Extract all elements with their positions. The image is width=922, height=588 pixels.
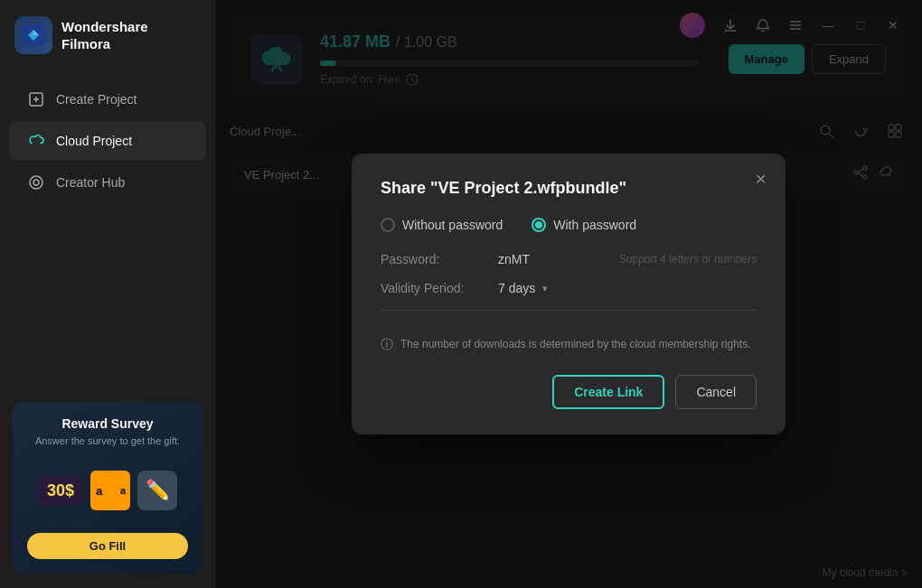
divider <box>381 310 757 311</box>
sidebar-item-label: Creator Hub <box>56 175 125 190</box>
password-hint: Support 4 letters or numbers <box>619 253 757 266</box>
modal-overlay: ✕ Share "VE Project 2.wfpbundle" Without… <box>215 0 922 588</box>
radio-with-password-label: With password <box>553 218 636 232</box>
modal-footer: Create Link Cancel <box>381 375 757 409</box>
radio-with-password[interactable]: With password <box>532 218 636 232</box>
radio-no-password-label: Without password <box>402 218 503 232</box>
password-label: Password: <box>381 252 498 266</box>
reward-images: 30$ a a ✏️ <box>27 459 188 522</box>
reward-survey-card: Reward Survey Answer the survey to get t… <box>13 402 202 574</box>
sidebar-item-creator-hub[interactable]: Creator Hub <box>9 163 206 202</box>
modal-title: Share "VE Project 2.wfpbundle" <box>381 179 757 198</box>
share-modal: ✕ Share "VE Project 2.wfpbundle" Without… <box>352 154 786 434</box>
validity-dropdown[interactable]: 7 days ▾ <box>498 281 548 295</box>
logo-area: Wondershare Filmora <box>0 0 215 70</box>
sidebar-item-label: Cloud Project <box>56 134 132 148</box>
modal-close-button[interactable]: ✕ <box>748 166 773 191</box>
info-icon: ⓘ <box>381 337 393 353</box>
reward-amount: 30$ <box>38 476 83 506</box>
info-row: ⓘ The number of downloads is determined … <box>381 327 757 353</box>
password-row: Password: znMT Support 4 letters or numb… <box>381 252 757 266</box>
sidebar-nav: Create Project Cloud Project Creator Hub <box>0 70 215 387</box>
create-link-button[interactable]: Create Link <box>552 375 664 409</box>
cancel-button[interactable]: Cancel <box>675 375 757 409</box>
app-logo <box>14 16 52 54</box>
create-project-icon <box>27 90 45 108</box>
go-fill-button[interactable]: Go Fill <box>27 533 188 559</box>
svg-text:a: a <box>96 484 103 498</box>
password-value: znMT <box>498 252 601 266</box>
radio-no-password[interactable]: Without password <box>381 218 503 232</box>
validity-label: Validity Period: <box>381 281 498 295</box>
radio-group: Without password With password <box>381 218 757 232</box>
svg-point-5 <box>30 176 42 189</box>
validity-row: Validity Period: 7 days ▾ <box>381 281 757 295</box>
info-text: The number of downloads is determined by… <box>400 336 751 352</box>
svg-point-4 <box>33 180 39 185</box>
radio-no-password-circle <box>381 218 395 232</box>
sidebar-item-label: Create Project <box>56 92 136 107</box>
app-name: Wondershare Filmora <box>61 18 148 53</box>
sidebar-item-cloud-project[interactable]: Cloud Project <box>9 121 206 161</box>
reward-title: Reward Survey <box>27 416 188 431</box>
radio-with-password-circle <box>532 218 546 232</box>
sidebar-item-create-project[interactable]: Create Project <box>9 79 206 119</box>
sidebar: Wondershare Filmora Create Project Cloud… <box>0 0 215 588</box>
main-content: — □ ✕ 41.87 MB / 1.00 GB Expired on: Fre… <box>215 0 922 588</box>
creator-hub-icon <box>27 173 45 191</box>
cloud-project-icon <box>27 132 45 150</box>
reward-pencil-icon: ✏️ <box>137 471 177 510</box>
chevron-down-icon: ▾ <box>542 283 548 294</box>
reward-amazon-icon: a a <box>90 471 130 510</box>
validity-value: 7 days <box>498 281 535 295</box>
reward-desc: Answer the survey to get the gift. <box>27 434 188 448</box>
